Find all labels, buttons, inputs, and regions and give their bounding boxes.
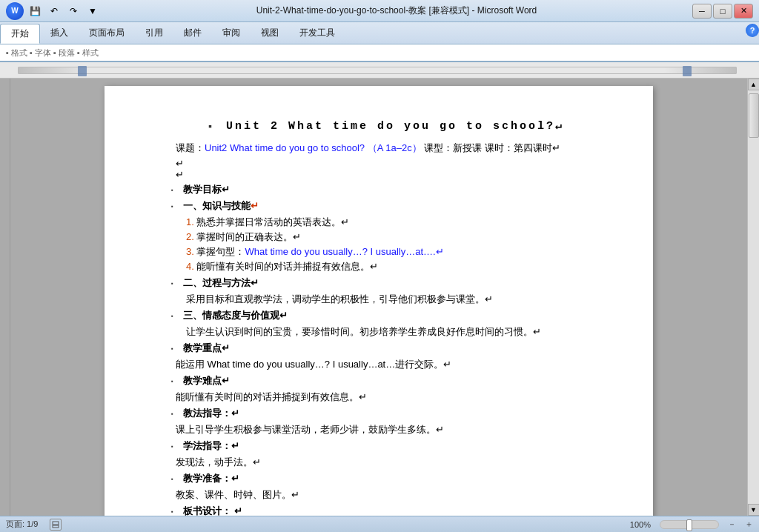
scrollbar-thumb[interactable] <box>749 93 759 138</box>
section-learning-method: ▪ 学法指导：↵ <box>164 439 609 453</box>
section-blackboard: ▪ 板书设计： ↵ <box>164 505 609 516</box>
process-text: 采用目标和直观教学法，调动学生的积极性，引导他们积极参与课堂。↵ <box>186 293 609 306</box>
undo-quick-btn[interactable]: ↶ <box>46 4 62 19</box>
zoom-slider[interactable] <box>660 520 719 529</box>
scrollbar-down-btn[interactable]: ▼ <box>748 504 760 516</box>
section-teaching-goals: ▪ 教学目标↵ <box>164 183 609 196</box>
list-item-4: 4. 能听懂有关时间的对话并捕捉有效信息。↵ <box>186 260 609 273</box>
tab-review[interactable]: 审阅 <box>212 24 251 44</box>
title-bar-controls: ─ □ ✕ <box>692 4 753 19</box>
ribbon-tabs: 开始 插入 页面布局 引用 邮件 审阅 视图 开发工具 ? <box>0 22 759 44</box>
svg-rect-0 <box>53 522 59 525</box>
zoom-in-btn[interactable]: ＋ <box>745 519 753 530</box>
help-button[interactable]: ? <box>746 24 759 37</box>
tab-page-layout[interactable]: 页面布局 <box>79 24 135 44</box>
learning-method-text: 发现法，动手法。↵ <box>176 456 609 469</box>
page-container[interactable]: ▪ Unit 2 What time do you go to school?↵… <box>10 79 747 516</box>
page-indicator: 页面: 1/9 <box>6 519 38 530</box>
course-type: 课型：新授课 课时：第四课时↵ <box>422 142 560 153</box>
zoom-thumb[interactable] <box>686 519 692 531</box>
ribbon-placeholder: ▪ 格式 ▪ 字体 ▪ 段落 ▪ 样式 <box>6 47 99 59</box>
app-logo: W <box>6 2 24 20</box>
vertical-scrollbar[interactable]: ▲ ▼ <box>747 79 759 516</box>
course-subtitle: 课题：Unit2 What time do you go to school? … <box>176 142 609 155</box>
status-bar: 页面: 1/9 100% － ＋ <box>0 516 759 532</box>
zoom-out-btn[interactable]: － <box>728 519 736 530</box>
scrollbar-track[interactable] <box>748 90 759 504</box>
section-attitude: ▪ 三、情感态度与价值观↵ <box>164 309 609 322</box>
qa-dropdown-btn[interactable]: ▼ <box>84 4 101 19</box>
page-nav-btn[interactable] <box>50 519 62 531</box>
title-bar-left: W 💾 ↶ ↷ ▼ <box>6 2 101 20</box>
vertical-ruler <box>0 79 10 516</box>
zoom-level: 100% <box>630 520 651 529</box>
preparation-text: 教案、课件、时钟、图片。↵ <box>176 488 609 502</box>
section-preparation: ▪ 教学准备：↵ <box>164 472 609 485</box>
restore-button[interactable]: □ <box>713 4 732 19</box>
section-process: ▪ 二、过程与方法↵ <box>164 276 609 290</box>
word-area: ▪ Unit 2 What time do you go to school?↵… <box>0 79 759 516</box>
course-label: 课题： <box>176 142 205 153</box>
tab-insert[interactable]: 插入 <box>40 24 79 44</box>
section-difficulty: ▪ 教学难点↵ <box>164 374 609 388</box>
attitude-text: 让学生认识到时间的宝贵，要珍惜时间。初步培养学生养成良好作息时间的习惯。↵ <box>186 325 609 339</box>
document-title: Unit 2 What time do you go to school?↵ <box>226 119 564 133</box>
minimize-button[interactable]: ─ <box>692 4 712 19</box>
focus-text: 能运用 What time do you usually…? I usually… <box>176 358 609 371</box>
list-item-3: 3. 掌握句型：What time do you usually…? I usu… <box>186 245 609 259</box>
ribbon-commands: ▪ 格式 ▪ 字体 ▪ 段落 ▪ 样式 <box>0 44 759 62</box>
document-page: ▪ Unit 2 What time do you go to school?↵… <box>105 86 653 516</box>
redo-quick-btn[interactable]: ↷ <box>65 4 82 19</box>
tab-reference[interactable]: 引用 <box>135 24 173 44</box>
section-knowledge: ▪ 一、知识与技能↵ <box>164 199 609 213</box>
svg-rect-1 <box>53 525 59 528</box>
difficulty-text: 能听懂有关时间的对话并捕捉到有效信息。↵ <box>176 390 609 404</box>
scrollbar-up-btn[interactable]: ▲ <box>748 79 760 90</box>
close-button[interactable]: ✕ <box>734 4 753 19</box>
knowledge-list: 1. 熟悉并掌握日常活动的英语表达。↵ 2. 掌握时间的正确表达。↵ 3. 掌握… <box>164 216 609 273</box>
list-item-1: 1. 熟悉并掌握日常活动的英语表达。↵ <box>186 216 609 229</box>
teaching-method-text: 课上引导学生积极参与课堂活动，老师少讲，鼓励学生多练。↵ <box>176 423 609 436</box>
section-focus: ▪ 教学重点↵ <box>164 342 609 355</box>
status-right: 100% － ＋ <box>630 519 753 530</box>
list-item-2: 2. 掌握时间的正确表达。↵ <box>186 230 609 244</box>
title-bar: W 💾 ↶ ↷ ▼ Unit-2-What-time-do-you-go-to-… <box>0 0 759 22</box>
window-title: Unit-2-What-time-do-you-go-to-school-教案 … <box>101 4 692 17</box>
section-teaching-method: ▪ 教法指导：↵ <box>164 407 609 420</box>
tab-start[interactable]: 开始 <box>0 24 40 44</box>
save-quick-btn[interactable]: 💾 <box>27 4 43 19</box>
tab-mail[interactable]: 邮件 <box>173 24 212 44</box>
tab-view[interactable]: 视图 <box>251 24 289 44</box>
toolbar-area: 开始 插入 页面布局 引用 邮件 审阅 视图 开发工具 ? <box>0 22 759 44</box>
tab-developer[interactable]: 开发工具 <box>289 24 345 44</box>
course-value: Unit2 What time do you go to school? （A … <box>205 142 422 153</box>
